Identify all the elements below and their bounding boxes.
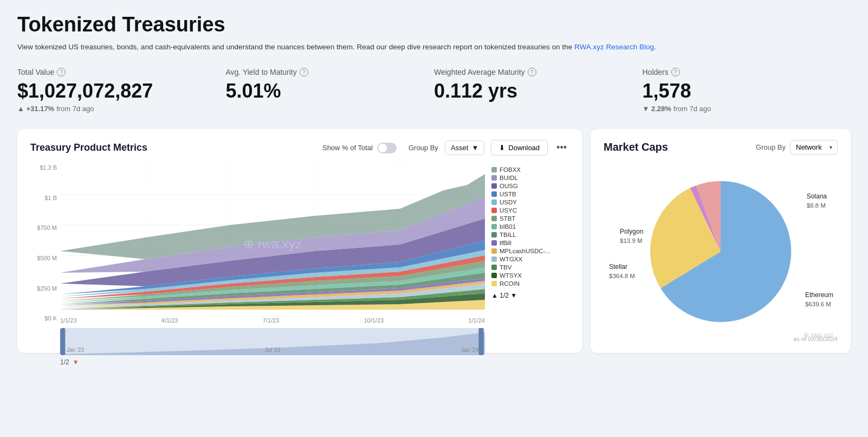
total-value-info-icon[interactable]: ? (57, 68, 66, 76)
chart-main: ⊕ rwa.xyz 1/1/23 4/1/23 7/1/23 10/1/23 1… (60, 164, 485, 332)
chart-pagination: 1/2 ▼ (60, 358, 485, 366)
market-caps-header: Market Caps Group By Network Asset (604, 140, 838, 155)
legend-label: OUSG (500, 183, 518, 189)
market-caps-title: Market Caps (604, 141, 668, 153)
show-pct-label: Show % of Total (322, 144, 373, 152)
avg-yield-info-icon[interactable]: ? (300, 68, 308, 76)
chart-svg: ⊕ rwa.xyz (60, 164, 485, 316)
x-label-1: 4/1/23 (161, 317, 178, 324)
y-label-5: $0 K (30, 315, 57, 322)
dropdown-chevron-icon: ▼ (471, 144, 478, 152)
legend-label: FOBXX (500, 166, 521, 173)
weighted-maturity-value: 0.112 yrs (434, 80, 643, 102)
legend-item: TBV (491, 264, 569, 271)
legend-dot (491, 175, 497, 181)
legend-dot (491, 167, 497, 172)
legend-label: USTB (500, 191, 516, 197)
market-caps-panel: Market Caps Group By Network Asset (591, 129, 851, 353)
ethereum-label: Ethereum $639.6 M (805, 291, 833, 309)
more-options-button[interactable]: ••• (554, 142, 569, 153)
total-value-label: Total Value ? (17, 68, 226, 76)
show-pct-toggle[interactable] (377, 143, 397, 153)
legend-label: STBT (500, 215, 515, 222)
group-by-dropdown[interactable]: Asset ▼ (445, 140, 484, 155)
legend-item: BUIDL (491, 175, 569, 181)
legend-dot (491, 183, 497, 189)
weighted-maturity-info-icon[interactable]: ? (528, 68, 536, 76)
show-pct-toggle-group: Show % of Total (322, 143, 397, 153)
x-label-3: 10/1/23 (364, 317, 384, 324)
weighted-maturity-label: Weighted Average Maturity ? (434, 68, 643, 76)
holders-info-icon[interactable]: ? (671, 68, 680, 76)
legend-dot (491, 224, 497, 229)
legend-dot (491, 232, 497, 237)
legend-dot (491, 281, 497, 286)
legend-label: WTGXX (500, 256, 522, 262)
legend-label: tfBill (500, 240, 511, 246)
legend-label: TBILL (500, 232, 516, 238)
legend-item: WTSYX (491, 272, 569, 279)
legend-dot (491, 208, 497, 213)
chart-y-axis: $1.3 B $1 B $750 M $500 M $250 M $0 K (30, 164, 60, 332)
svg-text:⊕ rwa.xyz: ⊕ rwa.xyz (243, 237, 302, 251)
stellar-label: Stellar $364.8 M (609, 262, 635, 280)
legend-dot (491, 256, 497, 262)
legend-item: USDY (491, 199, 569, 205)
legend-dot (491, 265, 497, 270)
network-select[interactable]: Network Asset (790, 140, 838, 155)
legend-dot (491, 273, 497, 278)
legend-label: MPLcashUSDC-... (500, 248, 550, 254)
chart-x-labels: 1/1/23 4/1/23 7/1/23 10/1/23 1/1/24 (60, 317, 485, 324)
metric-total-value: Total Value ? $1,027,072,827 ▲ +31.17% f… (17, 68, 226, 117)
legend-item: USYC (491, 207, 569, 214)
chart-area: $1.3 B $1 B $750 M $500 M $250 M $0 K (30, 164, 569, 332)
mini-x-label-2: Jan '24 (461, 347, 478, 353)
legend-dot (491, 191, 497, 197)
market-caps-group-by: Group By Network Asset (756, 140, 838, 155)
legend-page: ▲ 1/2 ▼ (491, 292, 517, 299)
legend-item: bIB01 (491, 223, 569, 230)
legend-label: bIB01 (500, 223, 516, 230)
x-label-2: 7/1/23 (263, 317, 280, 324)
download-icon: ⬇ (499, 144, 505, 152)
legend-item: FOBXX (491, 166, 569, 173)
legend-label: TBV (500, 264, 511, 271)
pagination-down-icon[interactable]: ▼ (73, 358, 79, 366)
metric-weighted-maturity: Weighted Average Maturity ? 0.112 yrs (434, 68, 643, 117)
legend-item: TBILL (491, 232, 569, 238)
main-content: Treasury Product Metrics Show % of Total… (17, 129, 851, 353)
y-label-4: $250 M (30, 285, 57, 292)
legend-item: RCOIN (491, 280, 569, 287)
holders-value: 1,578 (643, 80, 851, 102)
holders-label: Holders ? (643, 68, 851, 76)
total-value-change: ▲ +31.17% from 7d ago (17, 105, 226, 113)
legend-label: WTSYX (500, 272, 522, 279)
metrics-row: Total Value ? $1,027,072,827 ▲ +31.17% f… (17, 68, 851, 117)
legend-item: STBT (491, 215, 569, 222)
y-label-3: $500 M (30, 255, 57, 261)
holders-change: ▼ 2.28% from 7d ago (643, 105, 851, 113)
mini-chart[interactable]: Jan '23 Jul '23 Jan '24 (60, 328, 485, 355)
legend-item: MPLcashUSDC-... (491, 248, 569, 254)
page-title: Tokenized Treasuries (17, 13, 851, 36)
download-button[interactable]: ⬇ Download (491, 140, 548, 156)
x-label-0: 1/1/23 (60, 317, 77, 324)
chart-legend: FOBXXBUIDLOUSGUSTBUSDYUSYCSTBTbIB01TBILL… (485, 164, 569, 332)
legend-label: BUIDL (500, 175, 518, 181)
network-select-wrapper[interactable]: Network Asset (790, 140, 838, 155)
chart-controls: Show % of Total Group By Asset ▼ ⬇ Downl… (322, 140, 569, 156)
pie-labels: Solana $8.8 M Polygon $13.9 M Stellar $3… (604, 162, 838, 341)
page-description: View tokenized US treasuries, bonds, and… (17, 42, 851, 53)
mini-x-label-0: Jan '23 (67, 347, 84, 353)
polygon-label: Polygon $13.9 M (620, 227, 643, 245)
pagination-text: 1/2 (60, 358, 69, 366)
legend-label: RCOIN (500, 280, 520, 287)
total-value-value: $1,027,072,827 (17, 80, 226, 102)
market-caps-group-by-label: Group By (756, 143, 786, 151)
chart-panel-title: Treasury Product Metrics (30, 142, 147, 153)
legend-item: WTGXX (491, 256, 569, 262)
research-blog-link[interactable]: RWA.xyz Research Blog (574, 43, 654, 51)
chart-panel-header: Treasury Product Metrics Show % of Total… (30, 140, 569, 156)
legend-dot (491, 216, 497, 221)
legend-item: USTB (491, 191, 569, 197)
